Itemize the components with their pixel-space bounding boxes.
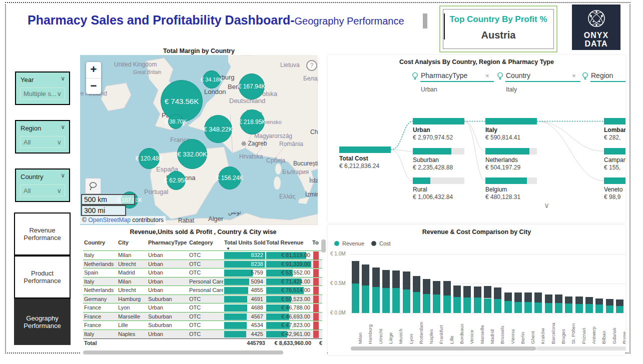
bar-cost-segment[interactable]	[413, 276, 420, 292]
bar-revenue-segment[interactable]	[362, 286, 369, 313]
bar-cost-segment[interactable]	[565, 296, 572, 304]
bar-revenue-segment[interactable]	[494, 299, 501, 313]
table-row[interactable]: ItalyNaplesUrbanOTC4425€ 42,961.00	[83, 330, 322, 339]
chevron-down-icon[interactable]: ∨	[61, 124, 65, 130]
map-margin-bubble[interactable]: € 743.56K	[161, 80, 203, 122]
bar-revenue-segment[interactable]	[453, 297, 461, 313]
map-total-margin-by-country[interactable]: United KingdomGreat BritainÉire / Irelan…	[80, 55, 318, 225]
chart-horizontal-scrollbar[interactable]	[351, 346, 536, 350]
map-margin-bubble[interactable]: € 34.18K	[203, 70, 221, 88]
bar-cost-segment[interactable]	[606, 299, 613, 306]
bar-revenue-segment[interactable]	[575, 304, 583, 313]
bar-cost-segment[interactable]	[392, 270, 400, 288]
map-margin-bubble[interactable]: € 332.00K	[177, 139, 207, 169]
bar-revenue-segment[interactable]	[382, 288, 390, 313]
table-header-3[interactable]: Category	[189, 238, 223, 250]
bar-cost-segment[interactable]	[616, 300, 623, 306]
map-margin-bubble[interactable]: € 120.48K	[139, 148, 160, 169]
bar-cost-segment[interactable]	[534, 292, 542, 302]
bar-revenue-segment[interactable]	[484, 298, 491, 314]
bar-revenue-segment[interactable]	[565, 304, 572, 313]
lasso-select-button[interactable]	[85, 178, 101, 194]
tree-node-bar[interactable]	[413, 118, 464, 124]
bar-revenue-segment[interactable]	[616, 306, 623, 313]
slicer-dropdown[interactable]: All∨	[20, 184, 65, 196]
map-margin-bubble[interactable]: € 156.24K	[218, 166, 241, 190]
bar-cost-segment[interactable]	[494, 288, 501, 298]
zoom-out-button[interactable]: −	[86, 78, 101, 94]
bar-cost-segment[interactable]	[423, 279, 430, 294]
table-header-1[interactable]: City	[118, 238, 147, 250]
nav-button-geography-performance[interactable]: Geography Performance	[14, 298, 71, 345]
bar-cost-segment[interactable]	[545, 294, 552, 303]
bar-cost-segment[interactable]	[433, 281, 440, 294]
tree-node-bar[interactable]	[339, 146, 391, 153]
map-margin-bubble[interactable]: € 218.95K	[240, 110, 265, 134]
chevron-down-icon[interactable]: ∨	[61, 75, 65, 82]
bar-cost-segment[interactable]	[443, 281, 451, 295]
slicer-dropdown[interactable]: All∨	[20, 136, 65, 148]
bar-cost-segment[interactable]	[403, 272, 410, 289]
table-row[interactable]: FranceMarseilleSuburbanOTC4567€ 46,693.0…	[83, 312, 322, 322]
map-margin-bubble[interactable]: € 348.22K	[204, 115, 232, 143]
tree-node-bar[interactable]	[413, 148, 464, 154]
bar-revenue-segment[interactable]	[423, 294, 430, 313]
bar-cost-segment[interactable]	[504, 292, 512, 302]
bar-revenue-segment[interactable]	[585, 304, 593, 313]
bar-cost-segment[interactable]	[453, 286, 461, 298]
bar-cost-segment[interactable]	[595, 298, 603, 305]
bar-cost-segment[interactable]	[514, 292, 522, 302]
table-header-5[interactable]: Total Revenue	[266, 238, 311, 250]
filter-close-icon[interactable]: ×	[572, 72, 576, 80]
bar-revenue-segment[interactable]	[352, 284, 359, 313]
table-row[interactable]: ItalyMilanUrbanPersonal Care5094€ 71,424…	[83, 277, 322, 286]
table-horizontal-scrollbar[interactable]	[83, 350, 283, 354]
bar-cost-segment[interactable]	[382, 270, 390, 288]
tree-node-bar[interactable]	[485, 118, 537, 124]
tree-node-bar[interactable]	[604, 118, 625, 124]
bar-revenue-segment[interactable]	[524, 302, 532, 313]
tree-node-bar[interactable]	[485, 148, 537, 154]
table-vertical-scrollbar[interactable]	[321, 240, 326, 252]
table-row[interactable]: FranceLyonUrbanOTC4688€ 46,788.00	[83, 303, 322, 312]
bar-cost-segment[interactable]	[463, 286, 471, 298]
bar-cost-segment[interactable]	[352, 261, 359, 284]
bar-revenue-segment[interactable]	[392, 288, 400, 313]
bar-revenue-segment[interactable]	[372, 287, 380, 313]
tree-node-bar[interactable]	[604, 178, 625, 184]
bar-revenue-segment[interactable]	[545, 303, 552, 313]
slicer-dropdown[interactable]: Multiple s...∨	[20, 88, 65, 100]
map-margin-bubble[interactable]: € 62.95K	[167, 171, 186, 190]
bar-revenue-segment[interactable]	[504, 301, 512, 313]
bar-cost-segment[interactable]	[524, 292, 532, 302]
bar-cost-segment[interactable]	[585, 297, 593, 304]
nav-button-product-performance[interactable]: Product Performance	[14, 256, 71, 298]
bar-revenue-segment[interactable]	[606, 306, 613, 313]
tree-expand-more-icon[interactable]: ∨	[544, 201, 549, 210]
bar-cost-segment[interactable]	[474, 286, 481, 298]
filter-close-icon[interactable]: ×	[485, 72, 489, 80]
table-row[interactable]: NetherlandsUtrechtUrbanPersonal Care4855…	[83, 286, 322, 295]
zoom-in-button[interactable]: +	[86, 62, 101, 78]
tree-filter-name[interactable]: Country	[506, 72, 530, 80]
bar-cost-segment[interactable]	[484, 286, 491, 298]
bar-revenue-segment[interactable]	[595, 304, 603, 313]
bar-revenue-segment[interactable]	[463, 298, 471, 313]
table-header-0[interactable]: Country	[84, 238, 117, 250]
tree-filter-name[interactable]: Region	[591, 72, 613, 80]
chart-scrollbar-track[interactable]	[536, 346, 625, 350]
map-margin-bubble[interactable]: € 167.94K	[239, 74, 265, 100]
tree-node-bar[interactable]	[604, 148, 625, 154]
bar-cost-segment[interactable]	[555, 294, 562, 303]
bar-revenue-segment[interactable]	[474, 298, 481, 313]
bar-cost-segment[interactable]	[372, 268, 380, 287]
bar-cost-segment[interactable]	[575, 296, 583, 304]
table-header-2[interactable]: PharmacyType	[148, 238, 188, 250]
table-row[interactable]: SpainMadridUrbanOTC5759€ 53,552.00	[83, 268, 322, 278]
bar-cost-segment[interactable]	[362, 264, 369, 285]
map-help-icon[interactable]: ?	[306, 60, 317, 71]
table-row[interactable]: FranceLilleSuburbanOTC4534€ 47,823.00	[83, 320, 322, 330]
tree-filter-name[interactable]: PharmacyType	[421, 72, 467, 80]
table-row[interactable]: ItalyMilanUrbanOTC8322€ 81,519.00	[83, 250, 322, 260]
bar-revenue-segment[interactable]	[413, 292, 420, 313]
